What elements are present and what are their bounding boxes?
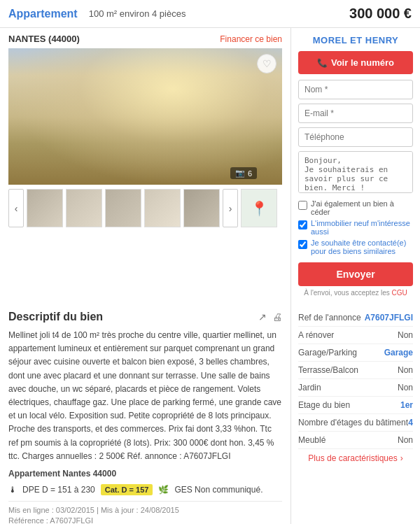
thermometer-icon: 🌡 [8, 485, 17, 495]
prev-thumbnail-btn[interactable]: ‹ [8, 189, 24, 227]
neuf-checkbox[interactable] [298, 220, 307, 229]
print-icon[interactable]: 🖨 [272, 311, 282, 323]
chevron-right-icon: › [400, 453, 403, 463]
property-row: MeubléNon [298, 432, 413, 449]
prop-key: Ref de l'annonce [298, 313, 361, 323]
main-image [8, 48, 282, 185]
image-section: NANTES (44000) Financer ce bien ♡ 📷 6 ‹ … [0, 28, 290, 304]
bottom-section: Descriptif du bien ↗ 🖨 Mellinet joli t4 … [0, 304, 420, 524]
prop-value: A7607JFLGI [365, 313, 413, 323]
property-row: Garage/ParkingGarage [298, 344, 413, 362]
checkbox-cede: J'ai également un bien à céder [298, 199, 413, 216]
prop-key: Garage/Parking [298, 348, 357, 357]
prop-value: 4 [408, 418, 413, 427]
meta-dates: Mis en ligne : 03/02/2015 | Mis à jour :… [8, 506, 282, 514]
dpe-section: 🌡 DPE D = 151 à 230 Cat. D = 157 🌿 GES N… [8, 484, 282, 495]
agency-name: MOREL ET HENRY [298, 35, 413, 45]
property-price: 300 000 € [349, 6, 412, 22]
cgu-notice: À l'envoi, vous acceptez les CGU [298, 289, 413, 297]
camera-icon: 📷 [235, 169, 245, 178]
main-image-container: ♡ 📷 6 [8, 48, 282, 185]
prop-key: Nombre d'étages du bâtiment [298, 418, 408, 427]
thumbnail-strip: ‹ › 📍 [8, 189, 282, 227]
cede-checkbox[interactable] [298, 201, 307, 210]
description-title: Descriptif du bien [8, 311, 103, 323]
description-actions: ↗ 🖨 [258, 311, 282, 323]
property-row: JardinNon [298, 379, 413, 397]
contact-panel: MOREL ET HENRY 📞 Voir le numéro Bonjour,… [290, 28, 420, 304]
prop-key: Meublé [298, 435, 326, 445]
property-row: A rénoverNon [298, 327, 413, 344]
property-details: Ref de l'annonceA7607JFLGIA rénoverNonGa… [290, 304, 420, 524]
map-thumbnail[interactable]: 📍 [241, 189, 277, 227]
thumbnail-1[interactable] [27, 189, 63, 227]
photo-count-badge: 📷 6 [230, 167, 257, 179]
finance-link[interactable]: Financer ce bien [220, 34, 282, 44]
prop-key: Terrasse/Balcon [298, 365, 358, 375]
checkbox-similaires: Je souhaite être contacté(e) pour des bi… [298, 239, 413, 255]
description-text: Mellinet joli t4 de 100 m² très proche d… [8, 329, 282, 463]
thumbnail-3[interactable] [105, 189, 141, 227]
email-input[interactable] [298, 104, 413, 123]
send-button[interactable]: Envoyer [298, 262, 413, 286]
property-row: Nombre d'étages du bâtiment4 [298, 414, 413, 432]
prop-value: Non [398, 365, 413, 375]
description-header: Descriptif du bien ↗ 🖨 [8, 311, 282, 323]
prop-key: Jardin [298, 383, 321, 392]
share-icon[interactable]: ↗ [258, 311, 267, 323]
favorite-button[interactable]: ♡ [257, 54, 276, 73]
phone-icon: 📞 [317, 58, 328, 68]
similaires-checkbox[interactable] [298, 240, 307, 249]
property-type: Appartement [8, 8, 78, 20]
nom-input[interactable] [298, 80, 413, 99]
top-section: NANTES (44000) Financer ce bien ♡ 📷 6 ‹ … [0, 28, 420, 304]
telephone-input[interactable] [298, 127, 413, 147]
meta-ref: Référence : A7607JFLGI [8, 516, 282, 524]
ges-label: GES Non communiqué. [174, 485, 262, 495]
apt-label: Appartement Nantes 44000 [8, 469, 282, 479]
checkbox-neuf: L'immobilier neuf m'intéresse aussi [298, 219, 413, 236]
property-row: Terrasse/BalconNon [298, 362, 413, 379]
message-textarea[interactable]: Bonjour, Je souhaiterais en savoir plus … [298, 151, 413, 193]
phone-button[interactable]: 📞 Voir le numéro [298, 51, 413, 74]
prop-key: A rénover [298, 330, 334, 340]
property-row: Ref de l'annonceA7607JFLGI [298, 309, 413, 327]
thumbnail-2[interactable] [66, 189, 102, 227]
next-thumbnail-btn[interactable]: › [223, 189, 238, 227]
prop-value: Garage [384, 348, 413, 357]
prop-value: Non [398, 330, 413, 340]
more-features-link[interactable]: Plus de caractéristiques › [298, 453, 413, 463]
location-bar: NANTES (44000) Financer ce bien [8, 34, 282, 44]
thumbnail-5[interactable] [183, 189, 220, 227]
dpe-label: DPE D = 151 à 230 [22, 485, 95, 495]
leaf-icon: 🌿 [158, 485, 169, 495]
city-label: NANTES (44000) [8, 34, 80, 44]
prop-value: Non [398, 383, 413, 392]
property-meta: 100 m² environ 4 pièces [89, 8, 349, 19]
page-header: Appartement 100 m² environ 4 pièces 300 … [0, 0, 420, 28]
prop-value: 1er [400, 400, 413, 410]
description-section: Descriptif du bien ↗ 🖨 Mellinet joli t4 … [0, 304, 290, 524]
property-row: Etage du bien1er [298, 397, 413, 414]
property-table: Ref de l'annonceA7607JFLGIA rénoverNonGa… [298, 309, 413, 449]
cgu-link[interactable]: CGU [392, 289, 407, 297]
dpe-badge: Cat. D = 157 [101, 484, 153, 495]
prop-key: Etage du bien [298, 400, 350, 410]
thumbnail-4[interactable] [144, 189, 181, 227]
prop-value: Non [398, 435, 413, 445]
